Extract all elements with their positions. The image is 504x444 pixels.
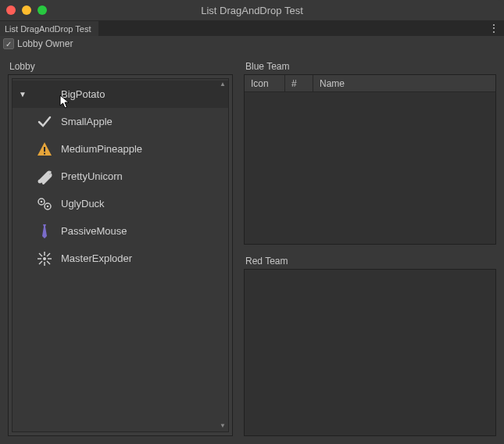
- list-item-label: UglyDuck: [61, 198, 105, 209]
- triangle-down-icon: [36, 86, 53, 103]
- teams-column: Blue Team Icon # Name Red Team: [244, 61, 496, 436]
- svg-line-14: [39, 261, 42, 264]
- lobby-owner-label: Lobby Owner: [17, 38, 73, 49]
- warning-icon: [36, 141, 53, 158]
- tool-icon: [36, 168, 53, 185]
- list-item-label: BigPotato: [61, 88, 105, 100]
- blue-team-header: Icon # Name: [245, 75, 495, 92]
- red-team-body[interactable]: [245, 270, 495, 435]
- tab-menu-button[interactable]: ⋮: [488, 20, 499, 36]
- close-window-button[interactable]: [6, 5, 16, 15]
- red-team-label: Red Team: [245, 256, 496, 267]
- list-item-label: PrettyUnicorn: [61, 170, 123, 182]
- svg-line-12: [47, 261, 50, 264]
- main-area: Lobby ▲ ▼ ▼ BigPotato: [0, 52, 504, 444]
- lobby-list[interactable]: ▲ ▼ ▼ BigPotato: [12, 78, 229, 432]
- blue-team-label: Blue Team: [245, 61, 496, 72]
- checkmark-icon: [36, 113, 53, 131]
- blue-team-body[interactable]: [245, 92, 495, 244]
- lobby-column: Lobby ▲ ▼ ▼ BigPotato: [8, 61, 233, 436]
- lobby-panel: ▲ ▼ ▼ BigPotato: [8, 74, 233, 436]
- scroll-up-icon[interactable]: ▲: [218, 80, 227, 89]
- list-item[interactable]: SmallApple: [13, 108, 228, 135]
- list-item[interactable]: ▼ BigPotato: [13, 81, 228, 108]
- svg-point-15: [43, 257, 46, 260]
- list-item-label: MediumPineapple: [61, 143, 142, 155]
- tie-icon: [36, 223, 53, 240]
- blue-team-panel[interactable]: Icon # Name: [244, 74, 496, 245]
- column-header-icon[interactable]: Icon: [245, 75, 285, 91]
- list-item-label: MasterExploder: [61, 252, 132, 264]
- svg-point-6: [47, 205, 49, 207]
- svg-point-2: [38, 179, 42, 183]
- list-item-label: PassiveMouse: [61, 225, 127, 237]
- list-item[interactable]: MediumPineapple: [13, 135, 228, 163]
- lobby-owner-row: ✓ Lobby Owner: [0, 36, 504, 52]
- list-item-label: SmallApple: [61, 116, 113, 127]
- column-header-number[interactable]: #: [285, 75, 313, 91]
- tab-label: List DragAndDrop Test: [5, 24, 91, 34]
- list-item[interactable]: MasterExploder: [13, 245, 228, 272]
- expand-icon[interactable]: ▼: [19, 90, 28, 98]
- lobby-items: ▼ BigPotato SmallApple: [13, 79, 228, 272]
- tab-list-draganddrop[interactable]: List DragAndDrop Test: [0, 20, 98, 36]
- burst-icon: [36, 250, 53, 267]
- column-header-name[interactable]: Name: [313, 75, 495, 91]
- title-bar: List DragAndDrop Test: [0, 0, 504, 20]
- minimize-window-button[interactable]: [22, 5, 31, 15]
- tab-strip: List DragAndDrop Test ⋮: [0, 20, 504, 36]
- lobby-label: Lobby: [9, 61, 233, 72]
- list-item[interactable]: PassiveMouse: [13, 217, 228, 245]
- svg-rect-0: [44, 147, 45, 152]
- scroll-down-icon[interactable]: ▼: [218, 421, 227, 431]
- lobby-owner-checkbox[interactable]: ✓: [3, 38, 14, 49]
- window-title: List DragAndDrop Test: [0, 5, 504, 16]
- list-item[interactable]: PrettyUnicorn: [13, 163, 228, 190]
- gear-group-icon: [36, 195, 53, 213]
- svg-line-13: [47, 253, 50, 256]
- zoom-window-button[interactable]: [38, 5, 47, 15]
- red-team-panel[interactable]: [244, 269, 496, 436]
- svg-line-11: [39, 253, 42, 256]
- svg-rect-1: [44, 152, 45, 154]
- list-item[interactable]: UglyDuck: [13, 190, 228, 217]
- svg-point-4: [41, 200, 43, 202]
- kebab-icon: ⋮: [488, 22, 499, 34]
- traffic-lights: [6, 5, 47, 15]
